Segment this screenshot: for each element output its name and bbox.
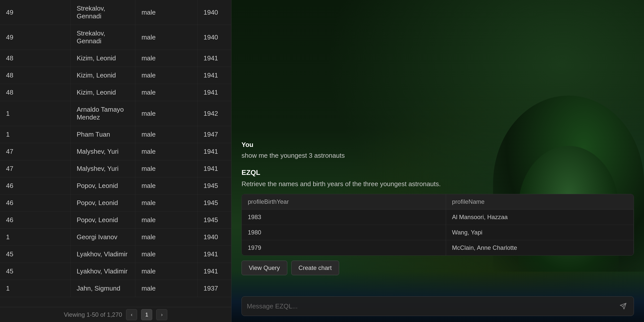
cell-year: 1937 (197, 280, 231, 297)
cell-gender: male (135, 143, 197, 160)
chat-panel: You show me the youngest 3 astronauts EZ… (231, 0, 644, 322)
pagination-info: Viewing 1-50 of 1,270 (64, 311, 122, 318)
cell-year: 1940 (197, 229, 231, 246)
cell-year: 1941 (197, 67, 231, 84)
user-label: You (242, 141, 634, 149)
cell-year: 1941 (197, 50, 231, 67)
cell-year: 1941 (197, 246, 231, 263)
cell-name: Kizim, Leonid (70, 50, 135, 67)
result-name: McClain, Anne Charlotte (446, 240, 633, 256)
table-row: 48 Kizim, Leonid male 1941 (0, 50, 231, 67)
cell-count: 1 (0, 280, 70, 297)
cell-name: Popov, Leonid (70, 212, 135, 229)
cell-name: Pham Tuan (70, 126, 135, 143)
result-table-row: 1983 Al Mansoori, Hazzaa (242, 210, 634, 225)
send-button[interactable] (618, 301, 629, 312)
table-row: 48 Kizim, Leonid male 1941 (0, 84, 231, 101)
cell-gender: male (135, 263, 197, 280)
cell-gender: male (135, 229, 197, 246)
cell-name: Popov, Leonid (70, 194, 135, 212)
table-row: 46 Popov, Leonid male 1945 (0, 194, 231, 212)
create-chart-button[interactable]: Create chart (291, 261, 339, 275)
table-row: 49 Strekalov, Gennadi male 1940 (0, 25, 231, 50)
cell-year: 1941 (197, 143, 231, 160)
cell-count: 47 (0, 160, 70, 177)
table-row: 1 Georgi Ivanov male 1940 (0, 229, 231, 246)
cell-gender: male (135, 67, 197, 84)
table-row: 1 Jahn, Sigmund male 1937 (0, 280, 231, 297)
cell-count: 46 (0, 194, 70, 212)
cell-name: Popov, Leonid (70, 177, 135, 194)
cell-count: 47 (0, 143, 70, 160)
cell-count: 46 (0, 177, 70, 194)
chat-message-input[interactable] (247, 302, 618, 310)
cell-name: Kizim, Leonid (70, 84, 135, 101)
cell-name: Kizim, Leonid (70, 67, 135, 84)
table-row: 48 Kizim, Leonid male 1941 (0, 67, 231, 84)
result-table-row: 1979 McClain, Anne Charlotte (242, 240, 634, 256)
cell-name: Arnaldo Tamayo Mendez (70, 101, 135, 126)
cell-gender: male (135, 280, 197, 297)
table-panel: 49 Strekalov, Gennadi male 1940 49 Strek… (0, 0, 231, 322)
prev-page-button[interactable]: ‹ (126, 309, 137, 320)
cell-gender: male (135, 177, 197, 194)
cell-gender: male (135, 50, 197, 67)
cell-year: 1945 (197, 177, 231, 194)
chat-input-bar (231, 292, 644, 322)
cell-count: 1 (0, 126, 70, 143)
chat-input-container (242, 296, 634, 316)
cell-count: 49 (0, 0, 70, 25)
cell-gender: male (135, 0, 197, 25)
cell-count: 45 (0, 246, 70, 263)
cell-year: 1947 (197, 126, 231, 143)
current-page: 1 (141, 309, 152, 320)
user-message-block: You show me the youngest 3 astronauts (242, 141, 634, 160)
result-name: Al Mansoori, Hazzaa (446, 210, 633, 225)
cell-name: Lyakhov, Vladimir (70, 263, 135, 280)
cell-year: 1942 (197, 101, 231, 126)
table-row: 45 Lyakhov, Vladimir male 1941 (0, 263, 231, 280)
cell-name: Malyshev, Yuri (70, 143, 135, 160)
result-name: Wang, Yapi (446, 225, 633, 240)
cell-gender: male (135, 84, 197, 101)
ezql-label: EZQL (242, 169, 634, 177)
table-row: 1 Pham Tuan male 1947 (0, 126, 231, 143)
table-row: 47 Malyshev, Yuri male 1941 (0, 160, 231, 177)
ezql-description: Retrieve the names and birth years of th… (242, 179, 634, 189)
cell-gender: male (135, 246, 197, 263)
data-table: 49 Strekalov, Gennadi male 1940 49 Strek… (0, 0, 231, 307)
cell-gender: male (135, 212, 197, 229)
view-query-button[interactable]: View Query (242, 261, 287, 275)
cell-count: 48 (0, 84, 70, 101)
cell-name: Jahn, Sigmund (70, 280, 135, 297)
cell-gender: male (135, 126, 197, 143)
next-page-button[interactable]: › (156, 309, 167, 320)
cell-gender: male (135, 101, 197, 126)
table-row: 49 Strekalov, Gennadi male 1940 (0, 0, 231, 25)
astronauts-table: 49 Strekalov, Gennadi male 1940 49 Strek… (0, 0, 231, 297)
cell-count: 1 (0, 101, 70, 126)
action-buttons: View Query Create chart (242, 261, 634, 275)
cell-count: 48 (0, 67, 70, 84)
cell-name: Lyakhov, Vladimir (70, 246, 135, 263)
table-row: 46 Popov, Leonid male 1945 (0, 177, 231, 194)
col-name-header: profileName (446, 194, 633, 210)
cell-name: Strekalov, Gennadi (70, 0, 135, 25)
cell-count: 1 (0, 229, 70, 246)
result-table: profileBirthYear profileName 1983 Al Man… (242, 194, 634, 255)
user-message-text: show me the youngest 3 astronauts (242, 151, 634, 160)
cell-count: 48 (0, 50, 70, 67)
chat-content: You show me the youngest 3 astronauts EZ… (231, 0, 644, 292)
cell-year: 1940 (197, 0, 231, 25)
result-table-container: profileBirthYear profileName 1983 Al Man… (242, 194, 634, 256)
result-birth-year: 1980 (242, 225, 446, 240)
cell-year: 1945 (197, 194, 231, 212)
pagination-bar: Viewing 1-50 of 1,270 ‹ 1 › (0, 307, 231, 322)
cell-gender: male (135, 194, 197, 212)
cell-year: 1941 (197, 263, 231, 280)
table-row: 1 Arnaldo Tamayo Mendez male 1942 (0, 101, 231, 126)
result-table-row: 1980 Wang, Yapi (242, 225, 634, 240)
cell-name: Georgi Ivanov (70, 229, 135, 246)
cell-count: 45 (0, 263, 70, 280)
table-row: 47 Malyshev, Yuri male 1941 (0, 143, 231, 160)
